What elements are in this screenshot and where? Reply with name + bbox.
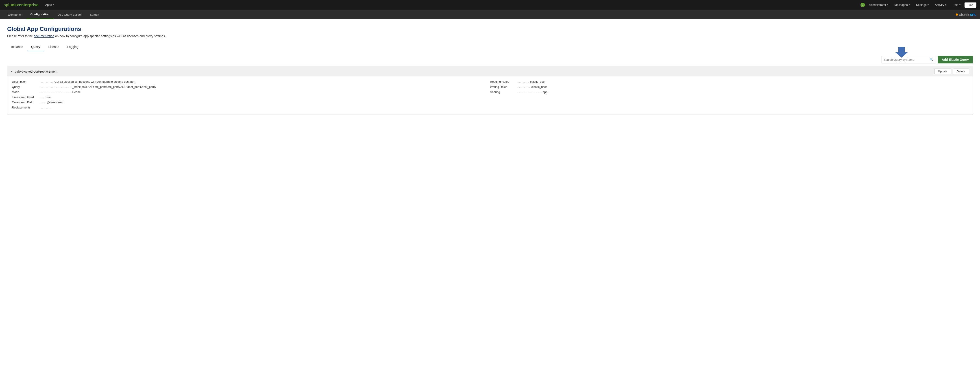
delete-button[interactable]: Delete [953,68,969,74]
query-details-right: Reading Roles ......... elastic_user Wri… [490,80,968,111]
nav-dsl-query-builder[interactable]: DSL Query Builder [54,10,86,19]
query-toolbar: 🔍 Add Elastic Query [7,56,973,63]
elastic-label: Elastic [958,13,969,17]
detail-writing-roles: Writing Roles .......... elastic_user [490,85,968,89]
secondary-nav: Workbench Configuration DSL Query Builde… [0,10,980,19]
query-section: ▾ palo-blocked-port-replacement Update D… [7,66,973,115]
search-icon: 🔍 [929,58,933,62]
chevron-down-icon: ▾ [928,0,929,10]
chevron-down-icon: ▾ [959,0,961,10]
logo[interactable]: splunk>enterprise [3,3,38,7]
detail-dots: ..... [40,101,46,104]
detail-query: Query ......................... _index:p… [12,85,490,89]
detail-value-reading-roles: elastic_user [530,80,546,83]
query-header-right: Update Delete [934,68,969,74]
detail-value-mode: lucene [72,90,81,94]
update-button[interactable]: Update [934,68,951,74]
detail-replacements: Replacements ......... [12,106,490,109]
query-details: Description ........... Get all blocked … [7,76,973,114]
detail-label-sharing: Sharing [490,90,517,94]
tab-license[interactable]: License [44,43,63,51]
nav-activity[interactable]: Activity ▾ [933,0,948,10]
detail-dots: .... [40,95,45,99]
collapse-icon[interactable]: ▾ [11,70,13,73]
top-nav: splunk>enterprise Apps ▾ ✓ Administrator… [0,0,980,10]
find-button[interactable]: Find [964,2,977,8]
detail-timestamp-field: Timestamp Field ..... @timestamp [12,101,490,104]
detail-dots: ......... [40,106,51,109]
tab-logging[interactable]: Logging [63,43,83,51]
add-elastic-query-button[interactable]: Add Elastic Query [938,56,973,63]
status-indicator: ✓ [861,3,865,7]
detail-description: Description ........... Get all blocked … [12,80,490,83]
svg-marker-0 [895,47,908,57]
detail-value-timestamp-field: @timestamp [47,101,63,104]
chevron-down-icon: ▾ [945,0,946,10]
query-header-left: ▾ palo-blocked-port-replacement [11,70,57,73]
detail-value-description: Get all blocked connections with configu… [54,80,135,83]
detail-label-mode: Mode [12,90,39,94]
detail-label-replacements: Replacements [12,106,39,109]
detail-dots: ........... [40,80,54,83]
secondary-nav-links: Workbench Configuration DSL Query Builde… [3,10,103,19]
detail-label-query: Query [12,85,39,89]
detail-label-writing-roles: Writing Roles [490,85,517,89]
detail-timestamp-used: Timestamp Used .... true [12,95,490,99]
query-header: ▾ palo-blocked-port-replacement Update D… [7,66,973,76]
search-query-input[interactable] [884,58,929,62]
nav-administrator[interactable]: Administrator ▾ [867,0,891,10]
tab-instance[interactable]: Instance [7,43,27,51]
detail-dots: ......................... [40,85,71,89]
nav-help[interactable]: Help ▾ [950,0,963,10]
spl-label: SPL [970,13,977,17]
detail-label-timestamp-field: Timestamp Field [12,101,39,104]
detail-sharing: Sharing ................... app [490,90,968,94]
page-subtitle: Please refer to the documentation on how… [7,34,973,38]
detail-value-sharing: app [543,90,547,94]
detail-label-description: Description [12,80,39,83]
chevron-down-icon: ▾ [53,0,54,10]
search-query-box[interactable]: 🔍 [881,56,935,63]
detail-value-timestamp-used: true [46,95,51,99]
detail-mode: Mode ......................... lucene [12,90,490,94]
detail-dots: ......................... [40,90,71,94]
query-name: palo-blocked-port-replacement [15,70,57,73]
nav-messages[interactable]: Messages ▾ [892,0,912,10]
detail-dots: .......... [518,85,530,89]
chevron-down-icon: ▾ [909,0,910,10]
detail-reading-roles: Reading Roles ......... elastic_user [490,80,968,83]
detail-value-writing-roles: elastic_user [531,85,547,89]
elastic-spl-logo: Elastic SPL [956,13,977,17]
page-title: Global App Configurations [7,25,973,32]
query-details-left: Description ........... Get all blocked … [12,80,490,111]
splunk-logo: splunk>enterprise [3,3,38,7]
page-content: Global App Configurations Please refer t… [0,19,980,122]
tab-query[interactable]: Query [27,43,44,51]
blue-arrow-indicator [895,45,908,58]
detail-dots: ................... [518,90,542,94]
chevron-down-icon: ▾ [887,0,888,10]
detail-value-query: _index:palo AND src_port:$src_port$ AND … [72,85,156,89]
tabs-container: Instance Query License Logging [7,43,973,51]
nav-configuration[interactable]: Configuration [27,10,54,19]
nav-workbench[interactable]: Workbench [3,10,27,19]
nav-search[interactable]: Search [86,10,103,19]
nav-apps[interactable]: Apps ▾ [43,0,56,10]
nav-settings[interactable]: Settings ▾ [914,0,931,10]
detail-label-timestamp-used: Timestamp Used [12,95,39,99]
orange-dot-icon [956,13,958,16]
documentation-link[interactable]: documentation [33,34,54,38]
detail-dots: ......... [518,80,529,83]
detail-label-reading-roles: Reading Roles [490,80,517,83]
